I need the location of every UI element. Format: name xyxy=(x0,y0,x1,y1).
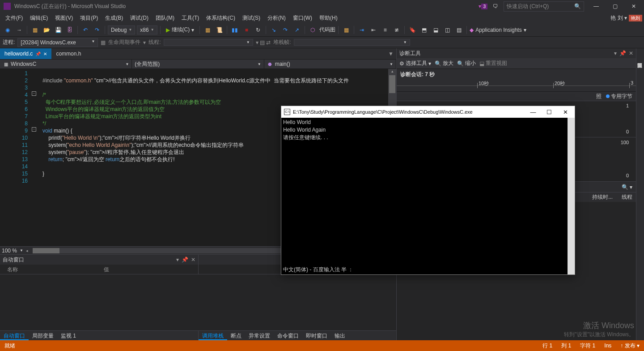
thread-combo[interactable]: ▼ xyxy=(164,39,253,46)
col-duration[interactable]: 持续时... xyxy=(592,193,613,201)
fold-gutter[interactable]: − − xyxy=(31,69,39,246)
bookmark4-icon[interactable]: ◫ xyxy=(442,25,452,35)
step-over-icon[interactable]: ↷ xyxy=(280,25,290,35)
stackframe-combo[interactable]: ▼ xyxy=(294,39,410,46)
right-tab-immediate[interactable]: 即时窗口 xyxy=(302,331,331,340)
timeline-ruler[interactable]: 10秒 20秒 3 xyxy=(397,80,636,92)
panel-menu-icon[interactable]: ▾ xyxy=(614,50,617,56)
pin-icon[interactable]: 📌 xyxy=(35,51,41,56)
nav-fwd-icon[interactable]: → xyxy=(14,25,24,35)
bookmark2-icon[interactable]: ⬒ xyxy=(419,25,429,35)
nav-scope[interactable]: ▦WindowsC▼ xyxy=(0,60,132,68)
menu-file[interactable]: 文件(F) xyxy=(2,13,26,23)
tab-helloworld[interactable]: helloworld.c📌✕ xyxy=(0,48,51,59)
stop-icon[interactable]: ■ xyxy=(242,25,251,35)
fold-icon[interactable]: − xyxy=(32,91,36,96)
console-minimize-button[interactable]: — xyxy=(526,109,540,116)
console-maximize-button[interactable]: ☐ xyxy=(542,109,556,116)
menu-arch[interactable]: 体系结构(C) xyxy=(203,13,239,23)
panel-pin-icon[interactable]: 📌 xyxy=(619,50,626,56)
misc-icon[interactable]: ▦ xyxy=(341,25,351,35)
menu-test[interactable]: 测试(S) xyxy=(239,13,264,23)
browser-icon[interactable]: ▦ xyxy=(203,25,212,35)
bookmark3-icon[interactable]: ⬓ xyxy=(431,25,441,35)
config-combo[interactable]: Debug▼ xyxy=(108,26,135,34)
tab-overflow-icon[interactable]: ▼ xyxy=(388,51,394,57)
panel-pin-icon[interactable]: 📌 xyxy=(182,257,188,263)
zoom-out-btn[interactable]: 🔍缩小 xyxy=(457,60,476,67)
codemap-icon[interactable]: ⬡ xyxy=(308,25,318,35)
menu-window[interactable]: 窗口(W) xyxy=(289,13,316,23)
outdent-icon[interactable]: ⇤ xyxy=(369,25,378,35)
redo-icon[interactable]: ↷ xyxy=(92,25,102,35)
menu-team[interactable]: 团队(M) xyxy=(152,13,178,23)
menu-view[interactable]: 视图(V) xyxy=(51,13,76,23)
col-thread[interactable]: 线程 xyxy=(622,193,632,201)
console-window[interactable]: C:\ E:\Tony\Study\ProgrammingLanguage\C\… xyxy=(281,106,575,275)
process-combo[interactable]: [20284] WindowsC.exe▼ xyxy=(17,38,98,47)
menu-build[interactable]: 生成(B) xyxy=(102,13,127,23)
auto-tab-auto[interactable]: 自动窗口 xyxy=(0,331,29,340)
close-button[interactable]: ✕ xyxy=(627,3,640,9)
menu-analyze[interactable]: 分析(N) xyxy=(264,13,289,23)
console-close-button[interactable]: ✕ xyxy=(559,109,572,116)
status-publish[interactable]: ↑ 发布 ▾ xyxy=(620,342,640,350)
comment-icon[interactable]: ≡ xyxy=(380,25,390,35)
reset-view-btn[interactable]: ⬓重置视图 xyxy=(479,60,507,67)
zoom-level[interactable]: 100 % xyxy=(2,248,17,254)
nav-function[interactable]: ⬣main()▼ xyxy=(264,60,396,68)
auto-tab-watch[interactable]: 监视 1 xyxy=(57,331,80,340)
bookmark-icon[interactable]: 🔖 xyxy=(407,25,417,35)
pause-icon[interactable]: ▮▮ xyxy=(230,25,240,35)
zoom-in-btn[interactable]: 🔍放大 xyxy=(435,60,453,67)
console-scrollbar[interactable] xyxy=(568,118,575,274)
restart-icon[interactable]: ↻ xyxy=(253,25,263,35)
col-name[interactable]: 名称 xyxy=(0,265,25,274)
panel-close-icon[interactable]: ✕ xyxy=(191,257,195,263)
tab-common-h[interactable]: common.h xyxy=(51,48,85,59)
panel-close-icon[interactable]: ✕ xyxy=(629,50,633,56)
nav-back-icon[interactable]: ◉ xyxy=(3,25,13,35)
panel-menu-icon[interactable]: ▾ xyxy=(176,257,179,263)
step-into-icon[interactable]: ↘ xyxy=(269,25,279,35)
minimize-button[interactable]: — xyxy=(589,3,603,9)
fold-icon[interactable]: − xyxy=(32,127,36,132)
continue-button[interactable]: ▶继续(C) ▾ xyxy=(163,25,197,34)
indent-icon[interactable]: ⇥ xyxy=(357,25,367,35)
app-insights-button[interactable]: ◆Application Insights ▾ xyxy=(470,27,526,33)
flag-icon[interactable]: ▾3 xyxy=(479,3,487,9)
console-titlebar[interactable]: C:\ E:\Tony\Study\ProgrammingLanguage\C\… xyxy=(281,106,575,118)
user-name[interactable]: 艳 刘 ▾艳刘 xyxy=(610,14,642,22)
feedback-icon[interactable]: 🗨 xyxy=(493,3,498,9)
new-icon[interactable]: ▦ xyxy=(30,25,40,35)
lifecycle-label[interactable]: 生命周期事件 xyxy=(108,39,140,46)
right-tab-output[interactable]: 输出 xyxy=(331,331,349,340)
right-tab-callstack[interactable]: 调用堆栈 xyxy=(199,331,227,340)
uncomment-icon[interactable]: ≢ xyxy=(392,25,402,35)
menu-help[interactable]: 帮助(H) xyxy=(316,13,341,23)
menu-debug[interactable]: 调试(D) xyxy=(127,13,152,23)
vtab-solution-explorer[interactable]: 解决方案资源管理器 xyxy=(636,48,644,56)
step-out-icon[interactable]: ↗ xyxy=(292,25,302,35)
undo-icon[interactable]: ↶ xyxy=(80,25,90,35)
save-icon[interactable]: 💾 xyxy=(53,25,63,35)
menu-tools[interactable]: 工具(T) xyxy=(178,13,203,23)
menu-project[interactable]: 项目(P) xyxy=(76,13,102,23)
nav-member-scope[interactable]: (全局范围)▼ xyxy=(132,60,264,68)
close-icon[interactable]: ✕ xyxy=(43,51,47,56)
right-tab-breakpoints[interactable]: 断点 xyxy=(227,331,245,340)
save-all-icon[interactable]: 🗄 xyxy=(65,25,75,35)
select-tool-btn[interactable]: ⚙选择工具 ▾ xyxy=(399,60,431,67)
console-output[interactable]: Hello World Hello World Again 请按任意键继续. .… xyxy=(281,118,575,274)
col-value[interactable]: 值 xyxy=(97,265,116,274)
bookmark5-icon[interactable]: ▤ xyxy=(454,25,464,35)
auto-tab-locals[interactable]: 局部变量 xyxy=(29,331,57,340)
search-icon[interactable]: 🔍 ▾ xyxy=(622,184,632,190)
script-icon[interactable]: 📜 xyxy=(214,25,224,35)
platform-combo[interactable]: x86▼ xyxy=(137,26,157,34)
open-icon[interactable]: 📂 xyxy=(42,25,51,35)
right-tab-command[interactable]: 命令窗口 xyxy=(274,331,302,340)
right-tab-exceptions[interactable]: 异常设置 xyxy=(245,331,274,340)
maximize-button[interactable]: ▢ xyxy=(608,3,622,9)
vtab-team-explorer[interactable]: 团队资源管理器 xyxy=(636,56,644,63)
